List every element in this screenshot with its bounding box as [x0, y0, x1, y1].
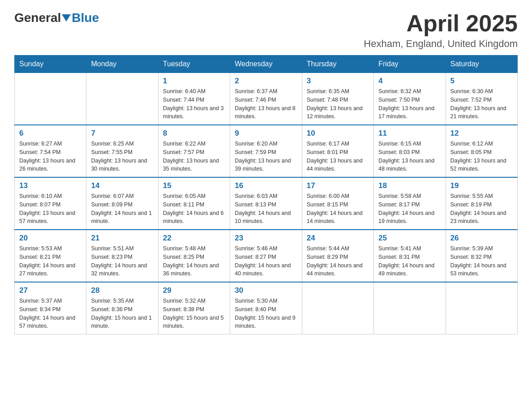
- day-number: 11: [378, 129, 441, 138]
- day-info: Sunrise: 6:35 AM Sunset: 7:48 PM Dayligh…: [307, 87, 369, 121]
- day-number: 25: [378, 234, 441, 243]
- day-number: 6: [19, 129, 82, 138]
- day-number: 2: [235, 77, 297, 86]
- calendar-cell: 1Sunrise: 6:40 AM Sunset: 7:44 PM Daylig…: [158, 73, 230, 125]
- day-info: Sunrise: 5:41 AM Sunset: 8:31 PM Dayligh…: [378, 244, 441, 278]
- calendar-cell: 30Sunrise: 5:30 AM Sunset: 8:40 PM Dayli…: [230, 282, 302, 334]
- day-number: 14: [91, 181, 153, 190]
- calendar-cell: 9Sunrise: 6:20 AM Sunset: 7:59 PM Daylig…: [230, 125, 302, 177]
- calendar-cell: [446, 282, 517, 334]
- day-info: Sunrise: 6:10 AM Sunset: 8:07 PM Dayligh…: [19, 192, 82, 226]
- day-info: Sunrise: 5:32 AM Sunset: 8:38 PM Dayligh…: [163, 297, 225, 330]
- day-number: 17: [307, 181, 369, 190]
- calendar-cell: 19Sunrise: 5:55 AM Sunset: 8:19 PM Dayli…: [446, 177, 517, 230]
- calendar-cell: 3Sunrise: 6:35 AM Sunset: 7:48 PM Daylig…: [302, 73, 373, 125]
- day-info: Sunrise: 6:20 AM Sunset: 7:59 PM Dayligh…: [235, 140, 297, 173]
- day-info: Sunrise: 6:05 AM Sunset: 8:11 PM Dayligh…: [163, 192, 225, 226]
- calendar-cell: 26Sunrise: 5:39 AM Sunset: 8:32 PM Dayli…: [446, 230, 517, 282]
- calendar-cell: 22Sunrise: 5:48 AM Sunset: 8:25 PM Dayli…: [158, 230, 230, 282]
- day-number: 7: [91, 129, 153, 138]
- calendar-header-row: SundayMondayTuesdayWednesdayThursdayFrid…: [15, 56, 518, 73]
- day-info: Sunrise: 6:12 AM Sunset: 8:05 PM Dayligh…: [450, 140, 513, 173]
- calendar-cell: 29Sunrise: 5:32 AM Sunset: 8:38 PM Dayli…: [158, 282, 230, 334]
- day-number: 26: [450, 234, 513, 243]
- calendar-cell: 13Sunrise: 6:10 AM Sunset: 8:07 PM Dayli…: [15, 177, 86, 230]
- day-number: 22: [163, 234, 225, 243]
- day-info: Sunrise: 5:58 AM Sunset: 8:17 PM Dayligh…: [378, 192, 441, 226]
- day-info: Sunrise: 5:48 AM Sunset: 8:25 PM Dayligh…: [163, 244, 225, 278]
- day-info: Sunrise: 6:17 AM Sunset: 8:01 PM Dayligh…: [307, 140, 369, 173]
- day-number: 3: [307, 77, 369, 86]
- day-info: Sunrise: 6:07 AM Sunset: 8:09 PM Dayligh…: [91, 192, 153, 226]
- day-number: 9: [235, 129, 297, 138]
- day-number: 27: [19, 286, 82, 295]
- day-number: 18: [378, 181, 441, 190]
- calendar-cell: 24Sunrise: 5:44 AM Sunset: 8:29 PM Dayli…: [302, 230, 373, 282]
- day-number: 29: [163, 286, 225, 295]
- calendar-cell: 8Sunrise: 6:22 AM Sunset: 7:57 PM Daylig…: [158, 125, 230, 177]
- day-number: 21: [91, 234, 153, 243]
- calendar-cell: 25Sunrise: 5:41 AM Sunset: 8:31 PM Dayli…: [374, 230, 446, 282]
- calendar-cell: [15, 73, 86, 125]
- day-info: Sunrise: 5:39 AM Sunset: 8:32 PM Dayligh…: [450, 244, 513, 278]
- calendar-cell: [302, 282, 373, 334]
- day-number: 20: [19, 234, 82, 243]
- day-info: Sunrise: 6:15 AM Sunset: 8:03 PM Dayligh…: [378, 140, 441, 173]
- day-info: Sunrise: 6:00 AM Sunset: 8:15 PM Dayligh…: [307, 192, 369, 226]
- calendar-cell: 2Sunrise: 6:37 AM Sunset: 7:46 PM Daylig…: [230, 73, 302, 125]
- calendar-cell: 17Sunrise: 6:00 AM Sunset: 8:15 PM Dayli…: [302, 177, 373, 230]
- day-info: Sunrise: 5:37 AM Sunset: 8:34 PM Dayligh…: [19, 297, 82, 330]
- day-number: 8: [163, 129, 225, 138]
- day-number: 28: [91, 286, 153, 295]
- page-subtitle: Hexham, England, United Kingdom: [364, 38, 518, 50]
- page-title: April 2025: [364, 11, 518, 36]
- day-info: Sunrise: 5:53 AM Sunset: 8:21 PM Dayligh…: [19, 244, 82, 278]
- day-info: Sunrise: 6:27 AM Sunset: 7:54 PM Dayligh…: [19, 140, 82, 173]
- calendar-header-friday: Friday: [374, 56, 446, 73]
- day-info: Sunrise: 5:51 AM Sunset: 8:23 PM Dayligh…: [91, 244, 153, 278]
- calendar-cell: 23Sunrise: 5:46 AM Sunset: 8:27 PM Dayli…: [230, 230, 302, 282]
- day-number: 19: [450, 181, 513, 190]
- logo-general-text: General: [14, 11, 61, 25]
- calendar-cell: 18Sunrise: 5:58 AM Sunset: 8:17 PM Dayli…: [374, 177, 446, 230]
- calendar-header-wednesday: Wednesday: [230, 56, 302, 73]
- calendar-cell: 7Sunrise: 6:25 AM Sunset: 7:55 PM Daylig…: [86, 125, 158, 177]
- day-number: 23: [235, 234, 297, 243]
- day-info: Sunrise: 5:55 AM Sunset: 8:19 PM Dayligh…: [450, 192, 513, 226]
- day-info: Sunrise: 6:32 AM Sunset: 7:50 PM Dayligh…: [378, 87, 441, 121]
- day-number: 16: [235, 181, 297, 190]
- day-info: Sunrise: 5:30 AM Sunset: 8:40 PM Dayligh…: [235, 297, 297, 330]
- calendar-cell: 6Sunrise: 6:27 AM Sunset: 7:54 PM Daylig…: [15, 125, 86, 177]
- calendar-cell: 5Sunrise: 6:30 AM Sunset: 7:52 PM Daylig…: [446, 73, 517, 125]
- day-number: 4: [378, 77, 441, 86]
- day-info: Sunrise: 6:03 AM Sunset: 8:13 PM Dayligh…: [235, 192, 297, 226]
- calendar-week-row: 27Sunrise: 5:37 AM Sunset: 8:34 PM Dayli…: [15, 282, 518, 334]
- day-number: 10: [307, 129, 369, 138]
- day-number: 13: [19, 181, 82, 190]
- calendar-week-row: 13Sunrise: 6:10 AM Sunset: 8:07 PM Dayli…: [15, 177, 518, 230]
- calendar-cell: 16Sunrise: 6:03 AM Sunset: 8:13 PM Dayli…: [230, 177, 302, 230]
- day-number: 24: [307, 234, 369, 243]
- day-info: Sunrise: 5:44 AM Sunset: 8:29 PM Dayligh…: [307, 244, 369, 278]
- calendar-week-row: 20Sunrise: 5:53 AM Sunset: 8:21 PM Dayli…: [15, 230, 518, 282]
- calendar-week-row: 1Sunrise: 6:40 AM Sunset: 7:44 PM Daylig…: [15, 73, 518, 125]
- calendar-header-monday: Monday: [86, 56, 158, 73]
- calendar-cell: 20Sunrise: 5:53 AM Sunset: 8:21 PM Dayli…: [15, 230, 86, 282]
- day-info: Sunrise: 6:40 AM Sunset: 7:44 PM Dayligh…: [163, 87, 225, 121]
- calendar-cell: 27Sunrise: 5:37 AM Sunset: 8:34 PM Dayli…: [15, 282, 86, 334]
- day-number: 1: [163, 77, 225, 86]
- logo: General Blue: [14, 11, 99, 25]
- calendar-cell: 15Sunrise: 6:05 AM Sunset: 8:11 PM Dayli…: [158, 177, 230, 230]
- day-info: Sunrise: 6:22 AM Sunset: 7:57 PM Dayligh…: [163, 140, 225, 173]
- page-header: General Blue April 2025 Hexham, England,…: [14, 11, 518, 50]
- calendar-header-sunday: Sunday: [15, 56, 86, 73]
- calendar-cell: 14Sunrise: 6:07 AM Sunset: 8:09 PM Dayli…: [86, 177, 158, 230]
- logo-triangle-icon: [62, 14, 71, 21]
- day-info: Sunrise: 6:25 AM Sunset: 7:55 PM Dayligh…: [91, 140, 153, 173]
- calendar-cell: 11Sunrise: 6:15 AM Sunset: 8:03 PM Dayli…: [374, 125, 446, 177]
- calendar-cell: 12Sunrise: 6:12 AM Sunset: 8:05 PM Dayli…: [446, 125, 517, 177]
- day-number: 15: [163, 181, 225, 190]
- calendar-header-tuesday: Tuesday: [158, 56, 230, 73]
- calendar-cell: 28Sunrise: 5:35 AM Sunset: 8:36 PM Dayli…: [86, 282, 158, 334]
- calendar-cell: [86, 73, 158, 125]
